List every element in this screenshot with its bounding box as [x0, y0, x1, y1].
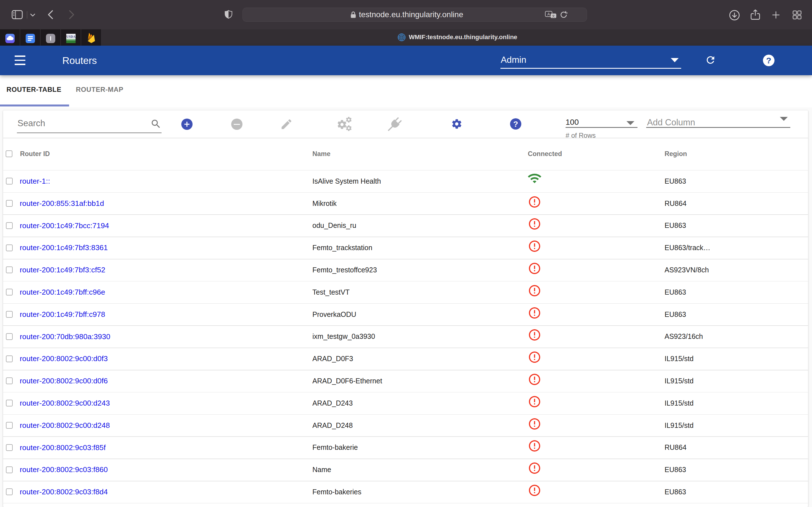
- svg-text:文: 文: [552, 14, 555, 18]
- svg-text:A: A: [547, 12, 550, 16]
- svg-text:USDA: USDA: [66, 35, 75, 39]
